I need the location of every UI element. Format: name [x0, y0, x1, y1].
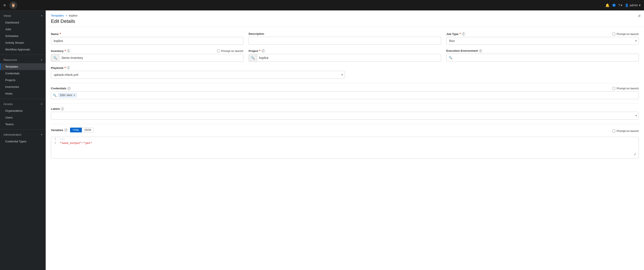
- sidebar-item-users[interactable]: Users: [0, 114, 46, 121]
- name-input[interactable]: [51, 37, 244, 45]
- labels-input[interactable]: ▾: [51, 112, 639, 120]
- sidebar-views-chevron: ▾: [41, 14, 42, 17]
- job-type-prompt-wrap: Prompt on launch: [612, 32, 639, 36]
- playbook-select[interactable]: uptrack-check.yml: [51, 71, 345, 79]
- sidebar-item-hosts[interactable]: Hosts: [0, 90, 46, 97]
- credentials-prompt-checkbox[interactable]: [612, 87, 615, 90]
- form-row-2: Inventory * i Prompt on launch 🔍: [51, 49, 639, 62]
- credentials-search-icon[interactable]: 🔍: [53, 93, 56, 97]
- credentials-info-icon[interactable]: i: [68, 87, 70, 90]
- help-icon: ?: [618, 3, 620, 7]
- labels-info-icon[interactable]: i: [61, 107, 64, 110]
- inventory-prompt-label: Prompt on launch: [221, 49, 244, 53]
- sidebar-resources-header[interactable]: Resources ▾: [0, 56, 46, 63]
- job-type-prompt-checkbox[interactable]: [612, 33, 615, 35]
- json-tab-button[interactable]: JSON: [82, 128, 94, 132]
- labels-label: Labels i: [51, 107, 639, 110]
- credentials-field-group: Credentials i Prompt on launch 🔍 SSH: ol…: [51, 87, 639, 99]
- project-search-icon[interactable]: 🔍: [249, 54, 257, 61]
- code-line-2: 2 "save_output": "yes": [51, 141, 638, 145]
- sidebar-item-credential-types[interactable]: Credential Types: [0, 138, 46, 145]
- breadcrumb-templates-link[interactable]: Templates: [51, 14, 64, 17]
- sidebar-item-templates[interactable]: Templates: [0, 63, 46, 70]
- sidebar-item-teams[interactable]: Teams: [0, 121, 46, 128]
- logo-image: 🦉: [9, 1, 17, 9]
- execution-env-search-wrap: 🔍: [446, 54, 639, 61]
- sidebar-resources-label: Resources: [4, 58, 17, 61]
- line-number-2: 2: [51, 142, 58, 145]
- credentials-prompt-label: Prompt on launch: [616, 87, 639, 90]
- sidebar-admin-header[interactable]: Administration ▾: [0, 131, 46, 138]
- project-info-icon[interactable]: i: [262, 49, 265, 52]
- sidebar-access-section: Access ▾ Organizations Users Teams: [0, 99, 46, 129]
- sidebar-item-inventories[interactable]: Inventories: [0, 83, 46, 90]
- playbook-label: Playbook * i: [51, 66, 345, 70]
- sidebar-access-header[interactable]: Access ▾: [0, 101, 46, 107]
- sidebar: Views ▾ Dashboard Jobs Schedules Activit…: [0, 10, 46, 270]
- sidebar-item-projects[interactable]: Projects: [0, 77, 46, 83]
- variables-prompt-checkbox[interactable]: [612, 130, 615, 132]
- code-line-2-key: "save_output":: [60, 142, 84, 145]
- sidebar-item-dashboard[interactable]: Dashboard: [0, 19, 46, 26]
- sidebar-item-schedules[interactable]: Schedules: [0, 33, 46, 39]
- reload-icon[interactable]: ↺: [638, 14, 640, 18]
- credential-tag-close[interactable]: ×: [74, 94, 75, 97]
- sidebar-resources-chevron: ▾: [41, 59, 42, 61]
- variables-code-editor[interactable]: 1 --- 2 "save_output": "yes" ⤢: [51, 137, 639, 158]
- hamburger-icon[interactable]: ≡: [4, 3, 6, 7]
- page-header: Templates > ksplice Edit Details ↺: [46, 10, 644, 27]
- inventory-prompt-checkbox[interactable]: [217, 49, 220, 52]
- description-input[interactable]: [248, 37, 441, 44]
- name-field-group: Name *: [51, 32, 244, 45]
- sidebar-item-teams-label: Teams: [5, 123, 14, 126]
- description-field-group: Description: [248, 32, 441, 45]
- sidebar-item-credentials[interactable]: Credentials: [0, 70, 46, 77]
- sidebar-item-templates-label: Templates: [5, 65, 18, 68]
- sidebar-item-workflow-approvals[interactable]: Workflow Approvals: [0, 46, 46, 53]
- sidebar-views-header[interactable]: Views ▾: [0, 12, 46, 19]
- playbook-info-icon[interactable]: i: [67, 66, 70, 69]
- sidebar-item-organizations[interactable]: Organizations: [0, 107, 46, 114]
- labels-chevron[interactable]: ▾: [636, 114, 637, 117]
- variables-info-icon[interactable]: i: [64, 128, 68, 132]
- top-navigation: ≡ 🦉 🔔 0 ? ▾ 👤 admin ▾: [0, 0, 644, 10]
- yaml-tab-button[interactable]: YAML: [70, 128, 82, 132]
- credential-tag-ssh: SSH: olvm ×: [58, 93, 77, 97]
- variables-label: Variables i: [51, 128, 68, 132]
- credentials-label: Credentials i: [51, 87, 70, 90]
- credentials-input-row: 🔍 SSH: olvm ×: [51, 91, 639, 99]
- inventory-search-wrap: 🔍: [51, 54, 244, 62]
- breadcrumb-separator: >: [66, 14, 67, 17]
- notifications-bell[interactable]: 🔔: [605, 3, 610, 7]
- top-nav-right: 🔔 0 ? ▾ 👤 admin ▾: [605, 3, 640, 7]
- description-label: Description: [248, 32, 441, 35]
- sidebar-access-chevron: ▾: [41, 103, 42, 105]
- sidebar-admin-chevron: ▾: [41, 133, 42, 136]
- code-editor-empty-space: [51, 145, 638, 158]
- job-type-select[interactable]: Run Check Scan: [446, 37, 639, 45]
- job-type-info-icon[interactable]: i: [462, 32, 465, 35]
- sidebar-item-schedules-label: Schedules: [5, 34, 18, 38]
- sidebar-item-workflow-approvals-label: Workflow Approvals: [5, 48, 30, 51]
- code-line-1-text: ---: [60, 137, 65, 141]
- execution-env-info-icon[interactable]: i: [479, 49, 482, 52]
- code-line-1: 1 ---: [51, 137, 638, 141]
- line-number-1: 1: [51, 137, 58, 140]
- sidebar-item-activity-stream[interactable]: Activity Stream: [0, 39, 46, 46]
- inventory-input[interactable]: [60, 54, 243, 61]
- inventory-info-icon[interactable]: i: [67, 49, 70, 52]
- project-input[interactable]: [257, 54, 441, 61]
- user-menu[interactable]: 👤 admin ▾: [625, 3, 640, 7]
- variables-header-row: Variables i YAML JSON Prompt on launch: [51, 128, 639, 134]
- execution-env-search-icon[interactable]: 🔍: [446, 56, 454, 59]
- user-chevron: ▾: [639, 3, 640, 7]
- inventory-prompt-wrap: Prompt on launch: [217, 49, 244, 53]
- sidebar-item-inventories-label: Inventories: [5, 85, 19, 88]
- fullscreen-icon[interactable]: ⤢: [634, 152, 636, 156]
- sidebar-item-jobs[interactable]: Jobs: [0, 26, 46, 33]
- sidebar-item-hosts-label: Hosts: [5, 92, 12, 95]
- execution-env-field-group: Execution Environment i 🔍: [446, 49, 639, 62]
- sidebar-item-organizations-label: Organizations: [5, 109, 22, 112]
- help-button[interactable]: ? ▾: [618, 3, 622, 7]
- inventory-search-icon[interactable]: 🔍: [51, 54, 60, 61]
